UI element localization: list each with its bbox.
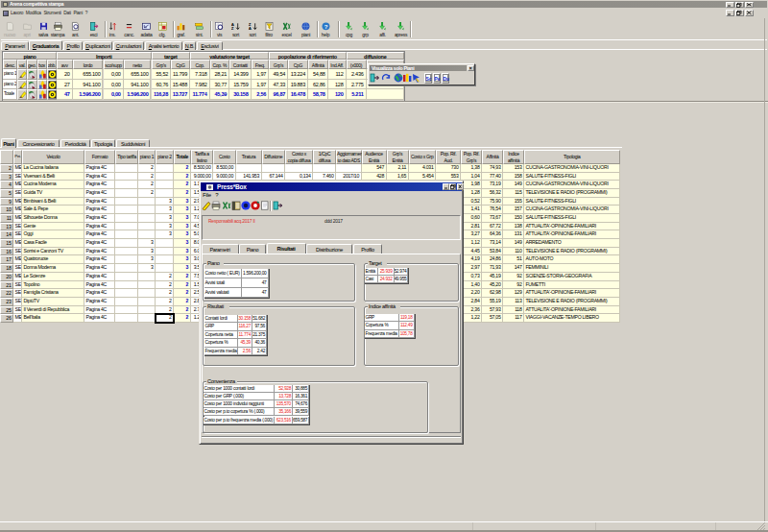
svg-text:A: A [248, 26, 252, 31]
svg-text:Z: Z [231, 26, 234, 31]
svg-text:?: ? [324, 22, 327, 29]
